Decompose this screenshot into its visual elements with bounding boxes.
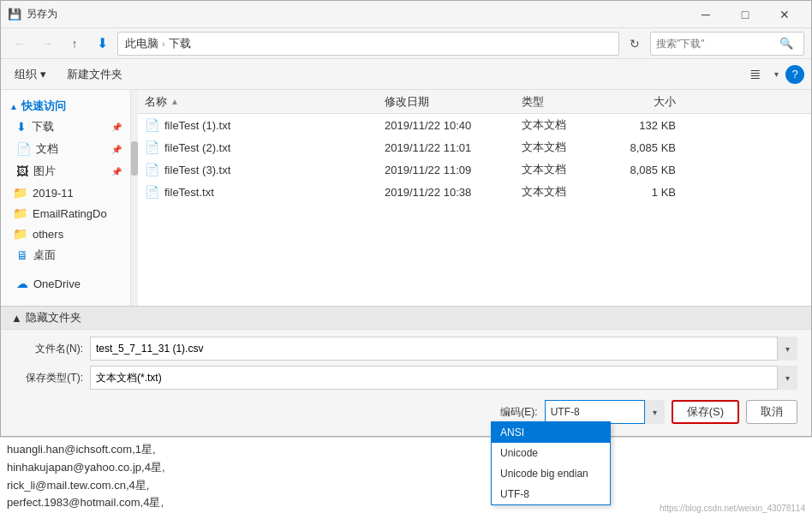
encoding-option-unicode-big[interactable]: Unicode big endian bbox=[492, 463, 610, 484]
encoding-row: 编码(E): ▾ 保存(S) 取消 bbox=[15, 395, 797, 429]
file-icon-4: 📄 bbox=[145, 185, 159, 199]
sidebar-scroll-thumb bbox=[131, 141, 138, 176]
file-icon-3: 📄 bbox=[145, 163, 159, 176]
filename-input[interactable] bbox=[90, 337, 797, 361]
sidebar-item-onedrive[interactable]: ☁ OneDrive bbox=[1, 273, 130, 294]
sidebar-item-documents-label: 文档 bbox=[36, 141, 58, 157]
sidebar-item-others[interactable]: 📁 others bbox=[1, 224, 130, 244]
pin-icon-doc: 📌 bbox=[111, 145, 122, 154]
save-button[interactable]: 保存(S) bbox=[672, 400, 739, 424]
save-as-dialog: 💾 另存为 ─ □ ✕ ← → ↑ ⬇ 此电脑 › 下载 ↻ 🔍 组织 ▾ 新建… bbox=[0, 0, 812, 437]
forward-button[interactable]: → bbox=[35, 32, 59, 56]
file-row-1[interactable]: 📄 fileTest (1).txt 2019/11/22 10:40 文本文档… bbox=[138, 114, 811, 136]
view-arrow: ▾ bbox=[774, 69, 779, 79]
file-date-1: 2019/11/22 10:40 bbox=[385, 119, 522, 132]
sidebar-scrollbar[interactable] bbox=[131, 90, 138, 306]
encoding-arrow[interactable]: ▾ bbox=[644, 400, 665, 424]
text-line-1: huangli.han@ichsoft.com,1星, bbox=[7, 441, 805, 459]
quick-access-arrow: ▲ bbox=[9, 102, 18, 111]
minimize-button[interactable]: ─ bbox=[686, 1, 725, 28]
nav-toolbar: ← → ↑ ⬇ 此电脑 › 下载 ↻ 🔍 bbox=[1, 28, 811, 59]
organize-button[interactable]: 组织 ▾ bbox=[8, 63, 53, 86]
folder-others-icon: 📁 bbox=[13, 227, 27, 241]
search-input[interactable] bbox=[656, 38, 776, 50]
sidebar-item-emailrating[interactable]: 📁 EmailRatingDo bbox=[1, 203, 130, 224]
file-row-4[interactable]: 📄 fileTest.txt 2019/11/22 10:38 文本文档 1 K… bbox=[138, 181, 811, 203]
back-button[interactable]: ← bbox=[8, 32, 32, 56]
sidebar-item-download-label: 下载 bbox=[32, 119, 54, 134]
col-type-header[interactable]: 类型 bbox=[522, 94, 607, 110]
up-button[interactable]: ↑ bbox=[63, 32, 87, 56]
col-size-header[interactable]: 大小 bbox=[607, 94, 676, 110]
organize-toolbar: 组织 ▾ 新建文件夹 ≣ ▾ ? bbox=[1, 59, 811, 90]
close-button[interactable]: ✕ bbox=[765, 1, 804, 28]
sidebar-item-emailrating-label: EmailRatingDo bbox=[33, 207, 107, 220]
hide-files-section[interactable]: ▲ 隐藏文件夹 bbox=[1, 306, 811, 329]
help-button[interactable]: ? bbox=[785, 65, 804, 84]
pictures-icon: 🖼 bbox=[16, 164, 28, 178]
sidebar: ▲ 快速访问 ⬇ 下载 📌 📄 文档 📌 🖼 图片 📌 📁 2019-11 bbox=[1, 90, 131, 306]
encoding-option-ansi[interactable]: ANSI bbox=[492, 422, 610, 443]
hide-files-arrow: ▲ bbox=[11, 312, 22, 325]
bottom-section: 文件名(N): ▾ 保存类型(T): ▾ 编码(E): ▾ 保存(S) 取消 bbox=[1, 329, 811, 436]
dialog-title: 另存为 bbox=[27, 7, 686, 21]
sort-arrow: ▲ bbox=[170, 97, 179, 106]
file-row-3[interactable]: 📄 fileTest (3).txt 2019/11/22 11:09 文本文档… bbox=[138, 158, 811, 181]
view-button[interactable]: ≣ bbox=[743, 63, 767, 86]
file-icon-2: 📄 bbox=[145, 140, 159, 154]
onedrive-icon: ☁ bbox=[16, 277, 28, 290]
encoding-select-wrap: ▾ bbox=[545, 400, 665, 424]
hide-files-label: 隐藏文件夹 bbox=[26, 310, 81, 325]
new-folder-button[interactable]: 新建文件夹 bbox=[60, 63, 129, 86]
col-name-header[interactable]: 名称 ▲ bbox=[145, 94, 385, 110]
titlebar: 💾 另存为 ─ □ ✕ bbox=[1, 1, 811, 28]
breadcrumb-pc: 此电脑 bbox=[125, 36, 158, 51]
file-list-area: 名称 ▲ 修改日期 类型 大小 📄 bbox=[138, 90, 811, 306]
filetype-dropdown-arrow[interactable]: ▾ bbox=[777, 366, 797, 390]
encoding-option-utf8[interactable]: UTF-8 bbox=[492, 484, 610, 504]
refresh-button[interactable]: ↻ bbox=[623, 32, 647, 56]
breadcrumb-folder: 下载 bbox=[169, 36, 191, 51]
cancel-button[interactable]: 取消 bbox=[746, 400, 797, 424]
file-type-1: 文本文档 bbox=[522, 117, 607, 133]
down-arrow-button[interactable]: ⬇ bbox=[90, 32, 114, 56]
search-icon: 🔍 bbox=[779, 37, 793, 50]
sidebar-item-documents[interactable]: 📄 文档 📌 bbox=[1, 138, 130, 160]
file-icon-1: 📄 bbox=[145, 118, 159, 132]
watermark: https://blog.csdn.net/weixin_43078114 bbox=[660, 502, 805, 516]
folder-2019-icon: 📁 bbox=[13, 186, 27, 200]
file-date-4: 2019/11/22 10:38 bbox=[385, 186, 522, 199]
filetype-input[interactable] bbox=[90, 366, 797, 390]
col-date-header[interactable]: 修改日期 bbox=[385, 94, 522, 110]
encoding-option-unicode[interactable]: Unicode bbox=[492, 443, 610, 463]
sidebar-item-download[interactable]: ⬇ 下载 📌 bbox=[1, 116, 130, 138]
filename-dropdown-arrow[interactable]: ▾ bbox=[777, 337, 797, 361]
dialog-icon: 💾 bbox=[8, 8, 21, 21]
sidebar-item-pictures-label: 图片 bbox=[33, 164, 56, 179]
file-list-scroll: 📄 fileTest (1).txt 2019/11/22 10:40 文本文档… bbox=[138, 114, 811, 306]
filename-row: 文件名(N): ▾ bbox=[15, 337, 797, 361]
maximize-button[interactable]: □ bbox=[725, 1, 765, 28]
pin-icon: 📌 bbox=[111, 122, 122, 132]
filetype-label: 保存类型(T): bbox=[15, 371, 83, 385]
sidebar-item-2019-label: 2019-11 bbox=[33, 187, 74, 200]
sidebar-item-pictures[interactable]: 🖼 图片 📌 bbox=[1, 160, 130, 182]
file-size-4: 1 KB bbox=[607, 186, 676, 199]
file-list-inner: 📄 fileTest (1).txt 2019/11/22 10:40 文本文档… bbox=[138, 114, 811, 306]
file-size-1: 132 KB bbox=[607, 119, 676, 132]
sidebar-item-desktop-label: 桌面 bbox=[33, 248, 56, 263]
text-line-3: rick_li@mail.tew.com.cn,4星, bbox=[7, 477, 805, 495]
file-type-2: 文本文档 bbox=[522, 140, 607, 155]
file-row-2[interactable]: 📄 fileTest (2).txt 2019/11/22 11:01 文本文档… bbox=[138, 136, 811, 158]
filename-input-wrap: ▾ bbox=[90, 337, 797, 361]
quick-access-label: ▲ 快速访问 bbox=[1, 93, 130, 116]
file-type-4: 文本文档 bbox=[522, 184, 607, 200]
filename-label: 文件名(N): bbox=[15, 342, 83, 356]
breadcrumb[interactable]: 此电脑 › 下载 bbox=[117, 32, 619, 56]
documents-icon: 📄 bbox=[16, 142, 31, 156]
sidebar-item-2019[interactable]: 📁 2019-11 bbox=[1, 182, 130, 203]
sidebar-item-desktop[interactable]: 🖥 桌面 bbox=[1, 244, 130, 266]
file-date-3: 2019/11/22 11:09 bbox=[385, 164, 522, 176]
filetype-input-wrap: ▾ bbox=[90, 366, 797, 390]
file-size-2: 8,085 KB bbox=[607, 141, 676, 154]
